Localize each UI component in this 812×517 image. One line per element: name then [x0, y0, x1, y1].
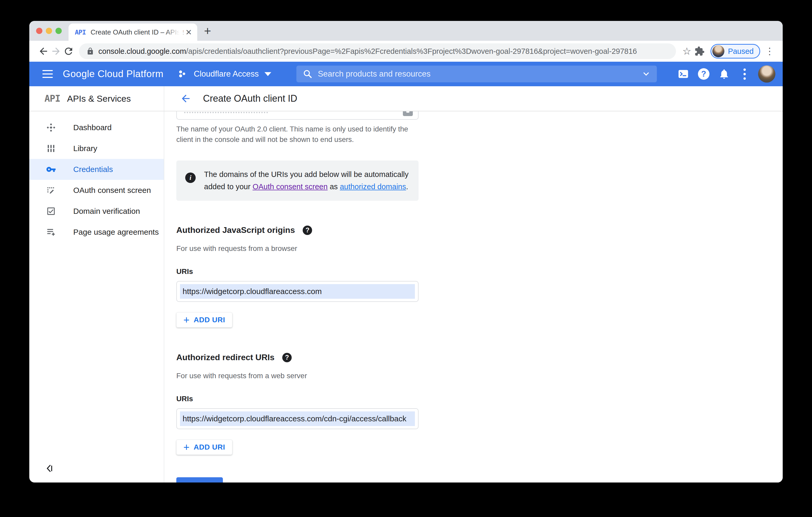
info-banner: i The domains of the URIs you add below …	[176, 160, 418, 201]
url-host: console.cloud.google.com	[98, 47, 186, 55]
page-usage-icon	[46, 227, 56, 237]
url-path: /apis/credentials/oauthclient?previousPa…	[186, 47, 637, 55]
page-title: Create OAuth client ID	[203, 93, 297, 104]
cancel-button[interactable]: CANCEL	[235, 481, 267, 483]
info-banner-text: The domains of the URIs you add below wi…	[204, 168, 410, 193]
zoom-window-button[interactable]	[55, 28, 62, 34]
consent-screen-icon	[46, 185, 56, 195]
url-text: console.cloud.google.com/apis/credential…	[98, 47, 637, 56]
js-origins-header: Authorized JavaScript origins ?	[176, 225, 783, 235]
key-icon	[46, 164, 56, 174]
hamburger-menu-icon[interactable]	[42, 70, 53, 78]
back-icon[interactable]	[37, 45, 50, 58]
info-text-middle: as	[327, 182, 340, 191]
profile-paused-badge[interactable]: Paused	[710, 44, 760, 59]
more-options-icon[interactable]	[736, 66, 753, 82]
truncated-text-remnant	[184, 112, 268, 113]
redirect-uris-title: Authorized redirect URIs	[176, 353, 274, 362]
browser-tab[interactable]: API Create OAuth client ID – APIs & ✕	[68, 24, 197, 41]
new-tab-button[interactable]: +	[204, 23, 211, 39]
address-bar[interactable]: console.cloud.google.com/apis/credential…	[79, 43, 676, 59]
search-input[interactable]	[318, 69, 642, 79]
add-uri-label: ADD URI	[194, 316, 225, 324]
notifications-bell-icon[interactable]	[716, 66, 732, 82]
js-origins-subtitle: For use with requests from a browser	[176, 244, 783, 253]
gcp-logo[interactable]: Google Cloud Platform	[63, 68, 164, 80]
redirect-uris-subtitle: For use with requests from a web server	[176, 372, 783, 380]
sidebar-item-label: OAuth consent screen	[73, 186, 151, 195]
library-icon	[46, 144, 56, 153]
browser-menu-icon[interactable]: ⋮	[765, 46, 774, 57]
js-origins-add-uri-button[interactable]: + ADD URI	[176, 312, 232, 328]
create-button[interactable]: CREATE	[176, 477, 223, 483]
sidebar: Dashboard Library Credentials	[29, 111, 164, 483]
js-origin-uri-value: https://widgetcorp.cloudflareaccess.com	[180, 284, 415, 299]
page-header: Create OAuth client ID	[164, 86, 297, 111]
bookmark-star-icon[interactable]: ☆	[681, 45, 693, 58]
product-header: API APIs & Services	[29, 86, 164, 111]
sidebar-item-label: Dashboard	[73, 123, 112, 132]
search-icon	[303, 69, 313, 79]
js-origins-title: Authorized JavaScript origins	[176, 225, 295, 235]
lock-icon	[86, 47, 94, 55]
sidebar-item-oauth-consent-screen[interactable]: OAuth consent screen	[29, 180, 164, 201]
minimize-window-button[interactable]	[46, 28, 52, 34]
help-icon[interactable]: ?	[695, 66, 712, 82]
js-origins-help-icon[interactable]: ?	[303, 225, 312, 235]
project-selector[interactable]: Cloudflare Access	[178, 68, 271, 80]
back-arrow-icon[interactable]	[180, 93, 192, 104]
collapse-sidebar-icon[interactable]	[45, 463, 164, 475]
field-adornment-icon	[403, 111, 413, 116]
redirect-uris-add-uri-button[interactable]: + ADD URI	[176, 439, 232, 455]
browser-window: API Create OAuth client ID – APIs & ✕ + …	[29, 21, 783, 483]
close-window-button[interactable]	[36, 28, 42, 34]
forward-icon[interactable]	[50, 45, 62, 58]
add-uri-label: ADD URI	[194, 443, 225, 451]
redirect-uris-uris-label: URIs	[176, 395, 783, 403]
redirect-uri-value: https://widgetcorp.cloudflareaccess.com/…	[180, 412, 415, 426]
client-name-input-truncated[interactable]	[176, 111, 418, 120]
info-text-end: .	[406, 182, 408, 191]
search-expand-chevron-icon[interactable]	[642, 69, 650, 79]
app-bar: API APIs & Services Create OAuth client …	[29, 86, 783, 111]
dashboard-icon	[46, 123, 56, 132]
plus-icon: +	[183, 442, 190, 452]
redirect-uris-help-icon[interactable]: ?	[282, 353, 292, 362]
oauth-consent-screen-link[interactable]: OAuth consent screen	[253, 182, 327, 191]
js-origin-uri-input[interactable]: https://widgetcorp.cloudflareaccess.com	[176, 281, 418, 302]
sidebar-item-domain-verification[interactable]: Domain verification	[29, 201, 164, 222]
sidebar-item-credentials[interactable]: Credentials	[29, 159, 164, 180]
project-hexagons-icon	[178, 68, 188, 80]
authorized-domains-link[interactable]: authorized domains	[340, 182, 406, 191]
gcp-header: Google Cloud Platform Cloudflare Access	[29, 62, 783, 86]
window-controls	[36, 21, 62, 41]
domain-verification-icon	[46, 206, 56, 216]
gcp-search-bar[interactable]	[296, 66, 657, 82]
reload-icon[interactable]	[62, 45, 75, 58]
sidebar-item-dashboard[interactable]: Dashboard	[29, 117, 164, 138]
sidebar-item-label: Credentials	[73, 165, 113, 174]
paused-label: Paused	[728, 47, 754, 56]
account-avatar[interactable]	[758, 65, 775, 83]
tab-title-fade	[165, 24, 183, 41]
client-name-helper-text: The name of your OAuth 2.0 client. This …	[176, 124, 419, 145]
tab-strip: API Create OAuth client ID – APIs & ✕ +	[29, 21, 783, 41]
plus-icon: +	[183, 315, 190, 325]
js-origins-uris-label: URIs	[176, 267, 783, 276]
sidebar-item-library[interactable]: Library	[29, 138, 164, 159]
sidebar-item-label: Domain verification	[73, 207, 140, 216]
browser-avatar	[712, 45, 724, 57]
form-actions: CREATE CANCEL	[176, 477, 783, 483]
sidebar-item-label: Page usage agreements	[73, 227, 159, 237]
gcp-header-actions: ?	[675, 65, 775, 83]
sidebar-item-page-usage-agreements[interactable]: Page usage agreements	[29, 222, 164, 243]
main-content: The name of your OAuth 2.0 client. This …	[164, 111, 783, 483]
product-name: APIs & Services	[67, 94, 131, 104]
cloud-shell-icon[interactable]	[675, 66, 692, 82]
browser-toolbar: console.cloud.google.com/apis/credential…	[29, 41, 783, 62]
tab-favicon-api-icon: API	[75, 29, 86, 36]
extensions-puzzle-icon[interactable]	[693, 45, 706, 58]
redirect-uri-input[interactable]: https://widgetcorp.cloudflareaccess.com/…	[176, 408, 418, 429]
sidebar-item-label: Library	[73, 144, 97, 153]
tab-close-icon[interactable]: ✕	[185, 28, 192, 37]
